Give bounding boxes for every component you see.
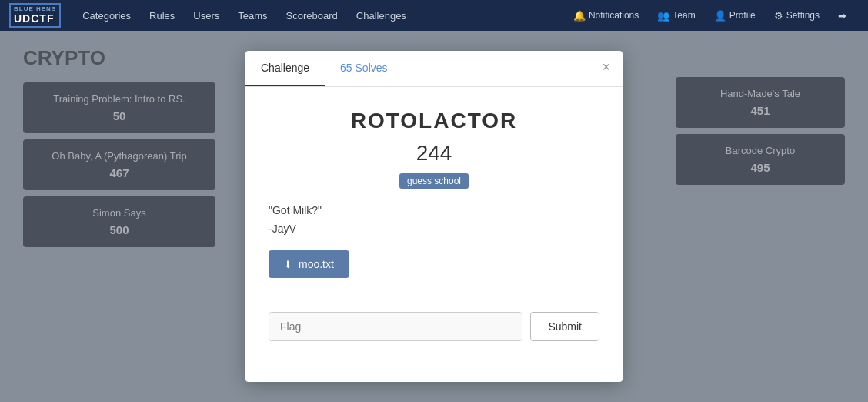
modal-header: Challenge 65 Solves × — [245, 51, 623, 87]
challenge-badge: guess school — [399, 173, 469, 189]
flag-input[interactable] — [269, 312, 522, 341]
navbar: BLUE HENS UDCTF Categories Rules Users T… — [0, 0, 868, 31]
submit-button[interactable]: Submit — [530, 312, 599, 341]
nav-rules[interactable]: Rules — [140, 0, 184, 31]
challenge-modal: Challenge 65 Solves × ROTOLACTOR 244 gue… — [245, 51, 623, 382]
download-button[interactable]: moo.txt — [269, 250, 349, 278]
nav-challenges[interactable]: Challenges — [347, 0, 416, 31]
modal-body: ROTOLACTOR 244 guess school "Got Milk?" … — [245, 87, 623, 364]
profile-icon: 👤 — [714, 10, 726, 22]
download-label: moo.txt — [299, 258, 334, 270]
nav-categories[interactable]: Categories — [73, 0, 140, 31]
modal-overlay: Challenge 65 Solves × ROTOLACTOR 244 gue… — [0, 31, 868, 402]
notification-icon: 🔔 — [573, 10, 586, 22]
flag-row: Submit — [269, 312, 599, 341]
team-icon: 👥 — [657, 10, 669, 22]
nav-logout[interactable]: ➡ — [829, 0, 859, 31]
nav-scoreboard[interactable]: Scoreboard — [277, 0, 347, 31]
nav-teams[interactable]: Teams — [229, 0, 276, 31]
challenge-quote: "Got Milk?" — [269, 204, 599, 216]
settings-icon: ⚙ — [774, 10, 783, 22]
challenge-title: ROTOLACTOR — [269, 109, 599, 133]
challenge-points: 244 — [269, 141, 599, 166]
challenge-author: -JayV — [269, 223, 599, 235]
brand-bottom-text: UDCTF — [14, 13, 56, 25]
nav-team[interactable]: 👥 Team — [648, 0, 704, 31]
tab-solves[interactable]: 65 Solves — [325, 51, 402, 86]
download-icon — [284, 258, 292, 270]
nav-profile[interactable]: 👤 Profile — [705, 0, 765, 31]
logout-icon: ➡ — [838, 10, 846, 22]
nav-notifications[interactable]: 🔔 Notifications — [564, 0, 648, 31]
nav-settings[interactable]: ⚙ Settings — [765, 0, 829, 31]
modal-close-button[interactable]: × — [602, 60, 610, 74]
nav-right: 🔔 Notifications 👥 Team 👤 Profile ⚙ Setti… — [564, 0, 859, 31]
tab-challenge[interactable]: Challenge — [245, 51, 325, 86]
brand-logo[interactable]: BLUE HENS UDCTF — [9, 3, 61, 28]
nav-users[interactable]: Users — [184, 0, 229, 31]
